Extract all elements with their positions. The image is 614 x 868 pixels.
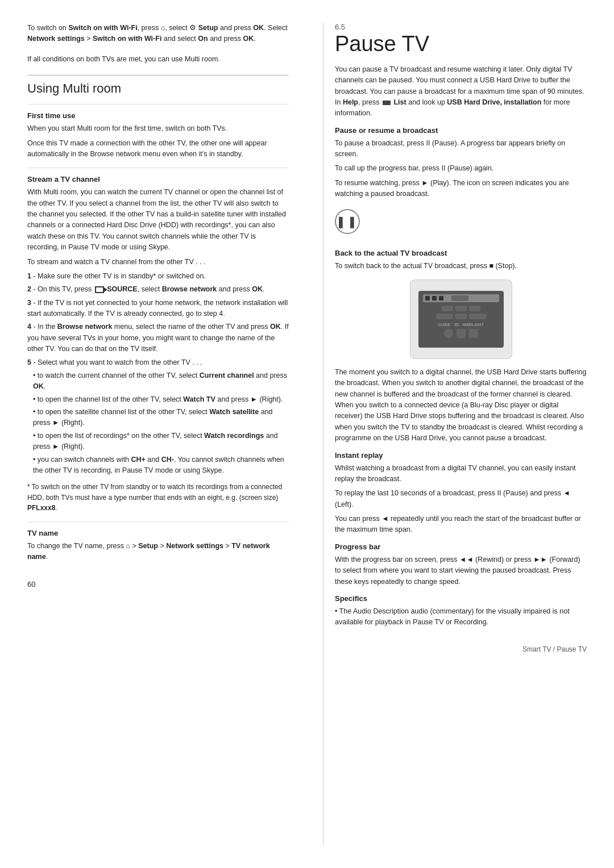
sub-divider-2 (27, 168, 289, 168)
pause-tv-title: Pause TV (335, 32, 587, 56)
page-number: 60 (27, 580, 35, 589)
remote-btn-4 (455, 314, 467, 319)
first-time-para2: Once this TV made a connection with the … (27, 138, 289, 160)
pause-symbol: ❚❚ (336, 215, 359, 228)
back-broadcast-heading: Back to the actual TV broadcast (335, 249, 587, 257)
remote-circle-1 (444, 329, 453, 338)
pause-resume-para2: To call up the progress bar, press II (P… (335, 163, 587, 174)
remote-square-2 (469, 329, 478, 338)
source-icon (95, 286, 104, 293)
back-broadcast-text: To switch back to the actual TV broadcas… (335, 261, 587, 272)
remote-labels: GUIDE 3D AMBILIGHT (423, 323, 499, 327)
remote-square-1 (457, 329, 466, 338)
intro-paragraph: To switch on Switch on with Wi-Fi, press… (27, 23, 289, 45)
stream-para1: With Multi room, you can watch the curre… (27, 187, 289, 253)
remote-label-ambilight: AMBILIGHT (462, 323, 484, 327)
remote-screen: GUIDE 3D AMBILIGHT (418, 291, 504, 348)
pause-tv-intro: You can pause a TV broadcast and resume … (335, 64, 587, 119)
remote-btn-2 (455, 306, 467, 311)
remote-dot-3 (439, 296, 443, 301)
pause-resume-para1: To pause a broadcast, press II (Pause). … (335, 138, 587, 160)
step-4: 4 - In the Browse network menu, select t… (27, 322, 289, 354)
chapter-number: 6.5 (335, 23, 587, 31)
remote-illustration: GUIDE 3D AMBILIGHT (410, 279, 512, 359)
tv-name-text: To change the TV name, press ⌂ > Setup >… (27, 541, 289, 563)
specifics-heading: Specifics (335, 594, 587, 603)
instant-replay-para1: Whilst watching a broadcast from a digit… (335, 463, 587, 485)
step-5: 5 - Select what you want to watch from t… (27, 357, 289, 368)
section-divider-1 (27, 75, 289, 76)
remote-btn-1 (442, 306, 453, 311)
section-title-multi-room: Using Multi room (27, 81, 289, 96)
remote-btn-row-2 (423, 314, 499, 319)
remote-dot-1 (425, 296, 430, 301)
footer-right-text: Smart TV / Pause TV (522, 645, 587, 653)
sub-divider-3 (27, 521, 289, 522)
step-3: 3 - If the TV is not yet connected to yo… (27, 298, 289, 320)
specifics-text: • The Audio Description audio (commentar… (335, 606, 587, 628)
step-2: 2 - On this TV, press SOURCE, select Bro… (27, 284, 289, 295)
footnote: * To switch on the other TV from standby… (27, 482, 289, 514)
remote-label-guide: GUIDE (438, 323, 450, 327)
tv-name-heading: TV name (27, 529, 289, 537)
progress-bar-heading: Progress bar (335, 542, 587, 551)
remote-label-3d: 3D (454, 323, 459, 327)
pause-resume-para3: To resume watching, press ► (Play). The … (335, 178, 587, 200)
bullet-1: to watch the current channel of the othe… (27, 370, 289, 393)
bullet-4: to open the list of recordings* on the o… (27, 431, 289, 453)
instant-replay-heading: Instant replay (335, 451, 587, 460)
first-time-heading: First time use (27, 111, 289, 120)
page-container: To switch on Switch on with Wi-Fi, press… (0, 0, 614, 868)
right-column: 6.5 Pause TV You can pause a TV broadcas… (323, 23, 587, 845)
remote-btn-wide-2 (469, 314, 486, 319)
remote-dot-2 (432, 296, 437, 301)
pause-resume-heading: Pause or resume a broadcast (335, 126, 587, 135)
remote-btn-3 (469, 306, 480, 311)
progress-bar-text: With the progress bar on screen, press ◄… (335, 554, 587, 587)
remote-btn-row-1 (423, 306, 499, 311)
step-1: 1 - Make sure the other TV is in standby… (27, 271, 289, 282)
instant-replay-para3: You can press ◄ repeatedly until you rea… (335, 514, 587, 536)
pause-broadcast-icon: ❚❚ (335, 209, 360, 234)
left-footer: 60 (27, 580, 289, 589)
sub-divider-1 (27, 104, 289, 105)
bullet-5: you can switch channels with CH+ and CH-… (27, 454, 289, 477)
bullet-3: to open the satellite channel list of th… (27, 407, 289, 429)
stream-para2: To stream and watch a TV channel from th… (27, 257, 289, 268)
intro-para2: If all conditions on both TVs are met, y… (27, 54, 289, 65)
left-column: To switch on Switch on with Wi-Fi, press… (27, 23, 300, 845)
bullet-2: to open the channel list of the other TV… (27, 394, 289, 405)
buffering-text: The moment you switch to a digital chann… (335, 367, 587, 444)
list-icon (383, 101, 391, 105)
right-footer: Smart TV / Pause TV (335, 645, 587, 653)
instant-replay-para2: To replay the last 10 seconds of a broad… (335, 488, 587, 510)
remote-btn-wide-1 (436, 314, 453, 319)
first-time-para1: When you start Multi room for the first … (27, 123, 289, 134)
stream-heading: Stream a TV channel (27, 175, 289, 183)
remote-top-bar (423, 294, 499, 302)
remote-dot-4 (451, 295, 468, 301)
remote-bottom-row (423, 329, 499, 338)
